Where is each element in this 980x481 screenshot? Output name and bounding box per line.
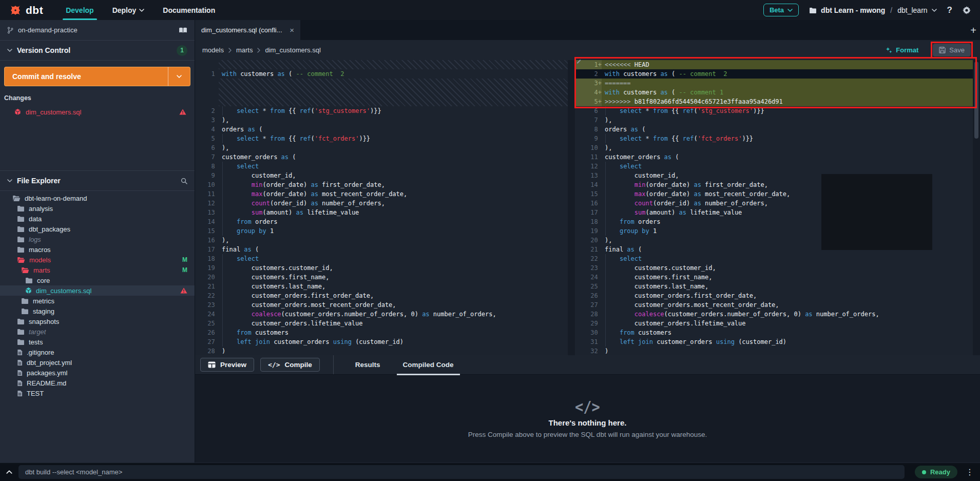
git-branch-selector[interactable]: on-demand-practice: [0, 20, 195, 41]
code-line-32: 32 ): [575, 347, 973, 355]
tree-item-logs[interactable]: logs: [0, 234, 195, 244]
close-icon[interactable]: ×: [290, 26, 294, 34]
tree-item-snapshots[interactable]: snapshots: [0, 316, 195, 326]
code-line-25: 25 customers.last_name,: [575, 282, 973, 291]
nav-develop[interactable]: Develop: [66, 0, 93, 20]
code-line-24: 24 coalesce(customer_orders.number_of_or…: [195, 310, 568, 319]
tab-compiled-code[interactable]: Compiled Code: [395, 355, 462, 375]
tab-dim-customers[interactable]: dim_customers.sql (confli... ×: [195, 20, 300, 40]
breadcrumb-item-dim_customers.sql: dim_customers.sql: [265, 46, 320, 54]
kebab-menu-icon[interactable]: ⋮: [966, 467, 974, 477]
editor-toolbar: modelsmartsdim_customers.sql Format Save: [195, 40, 980, 60]
tree-item-models[interactable]: modelsM: [0, 255, 195, 265]
changed-file-dim-customers[interactable]: dim_customers.sql: [0, 106, 195, 118]
ready-status-badge: Ready: [915, 466, 957, 478]
tree-item-target[interactable]: target: [0, 326, 195, 337]
new-tab-button[interactable]: +: [970, 25, 976, 36]
settings-gear-icon[interactable]: [963, 6, 971, 14]
preview-button[interactable]: Preview: [200, 358, 254, 372]
line-number: 13: [575, 171, 602, 180]
chevron-up-icon[interactable]: [6, 470, 12, 474]
code-icon: </>: [575, 398, 600, 415]
model-cube-icon: [14, 108, 21, 116]
line-number: 4+: [575, 88, 602, 97]
tree-item-metrics[interactable]: metrics: [0, 296, 195, 306]
tree-item-analysis[interactable]: analysis: [0, 203, 195, 214]
line-number: 25: [575, 282, 602, 291]
file-icon: [17, 380, 23, 387]
tree-item-TEST[interactable]: TEST: [0, 388, 195, 398]
primary-nav: DevelopDeployDocumentation: [66, 0, 215, 20]
commit-and-resolve-button[interactable]: Commit and resolve: [4, 67, 168, 86]
project-name: dbt_learn: [897, 6, 927, 14]
tree-item-dbt_project.yml[interactable]: dbt_project.yml: [0, 357, 195, 368]
help-button[interactable]: ?: [947, 5, 952, 15]
commit-options-chevron[interactable]: [168, 67, 190, 86]
tree-item-README.md[interactable]: README.md: [0, 378, 195, 388]
file-explorer-header[interactable]: File Explorer: [0, 170, 195, 191]
format-button[interactable]: Format: [886, 46, 918, 54]
docs-book-icon[interactable]: [179, 27, 187, 33]
tab-results[interactable]: Results: [347, 355, 389, 375]
code-line-6: 6 ),: [195, 143, 568, 152]
beta-dropdown[interactable]: Beta: [763, 4, 799, 16]
conflict-warning-icon: [180, 287, 187, 294]
line-number: 18: [195, 254, 219, 263]
status-dot-icon: [922, 470, 926, 474]
save-button[interactable]: Save: [933, 44, 971, 56]
line-number: 22: [195, 291, 219, 300]
results-panel: Preview </> Compile Results Compiled Cod…: [195, 355, 980, 463]
code-line-19: 19 customers.customer_id,: [195, 263, 568, 273]
breadcrumb-separator: /: [890, 6, 892, 14]
toolbar-divider: [333, 355, 334, 374]
nav-label: Deploy: [112, 6, 137, 14]
save-label: Save: [949, 46, 965, 54]
tree-item-dbt-learn-on-demand[interactable]: dbt-learn-on-demand: [0, 193, 195, 203]
dbt-command-input[interactable]: dbt build --select <model_name>: [18, 465, 905, 479]
code-line-10: 10 min(order_date) as first_order_date,: [195, 180, 568, 189]
nav-deploy[interactable]: Deploy: [112, 0, 145, 20]
line-number: 6: [575, 106, 602, 116]
tree-item-dbt_packages[interactable]: dbt_packages: [0, 224, 195, 234]
account-project-selector[interactable]: dbt Learn - mwong / dbt_learn: [809, 6, 937, 14]
tree-item-label: dbt_packages: [29, 225, 70, 233]
tree-item-label: dim_customers.sql: [36, 287, 91, 295]
chevron-right-icon: [228, 48, 232, 53]
tree-item-staging[interactable]: staging: [0, 306, 195, 316]
code-line-20: 20 customers.first_name,: [195, 273, 568, 282]
tree-item-packages.yml[interactable]: packages.yml: [0, 368, 195, 378]
nav-documentation[interactable]: Documentation: [163, 0, 215, 20]
line-number: 10: [195, 180, 219, 189]
dbt-logo-icon[interactable]: [9, 4, 22, 16]
tree-item-.gitignore[interactable]: .gitignore: [0, 347, 195, 357]
chevron-down-icon: [7, 49, 12, 52]
ready-label: Ready: [930, 468, 950, 476]
editor-scrollbar[interactable]: [973, 60, 980, 355]
left-pane-scrollbar[interactable]: [568, 60, 575, 355]
editor-pane-current[interactable]: 1 with customers as ( -- comment 2 2 sel…: [195, 60, 568, 355]
tree-item-label: README.md: [27, 379, 66, 387]
chevron-right-icon: [257, 48, 260, 53]
compile-button[interactable]: </> Compile: [260, 358, 320, 372]
version-control-title: Version Control: [17, 46, 70, 54]
tree-item-macros[interactable]: macros: [0, 244, 195, 255]
folder-icon: [17, 236, 25, 242]
tree-item-tests[interactable]: tests: [0, 337, 195, 347]
tree-item-label: tests: [29, 338, 43, 346]
code-line-9: 9 select * from {{ ref('fct_orders')}}: [575, 134, 973, 143]
tree-item-label: macros: [29, 246, 51, 254]
tree-item-label: dbt_project.yml: [27, 359, 72, 367]
code-line-25: 25 customer_orders.lifetime_value: [195, 319, 568, 328]
git-modified-badge: M: [182, 266, 187, 274]
tree-item-core[interactable]: core: [0, 275, 195, 285]
tree-item-dim_customers.sql[interactable]: dim_customers.sql: [0, 285, 195, 296]
code-line-31: 31 left join customer_orders using (cust…: [575, 337, 973, 347]
line-number: 23: [195, 300, 219, 310]
line-number: 5: [195, 134, 219, 143]
version-control-header[interactable]: Version Control 1: [0, 41, 195, 61]
tree-item-marts[interactable]: martsM: [0, 265, 195, 275]
search-icon[interactable]: [181, 178, 187, 184]
line-number: 1: [195, 69, 219, 79]
scrollbar-thumb[interactable]: [974, 62, 978, 139]
tree-item-data[interactable]: data: [0, 214, 195, 224]
